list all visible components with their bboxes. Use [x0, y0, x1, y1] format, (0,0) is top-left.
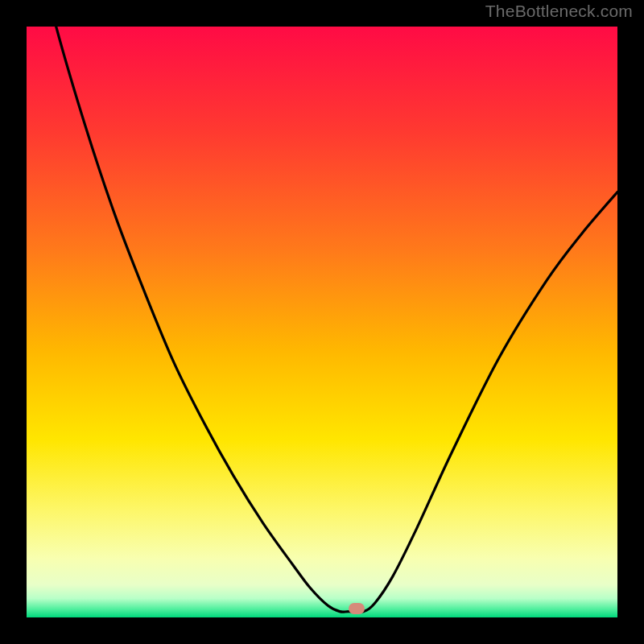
- plot-area: [27, 27, 617, 617]
- optimal-marker-icon: [349, 603, 365, 614]
- bottleneck-curve: [27, 27, 617, 617]
- chart-frame: TheBottleneck.com: [0, 0, 644, 644]
- watermark-text: TheBottleneck.com: [485, 2, 633, 21]
